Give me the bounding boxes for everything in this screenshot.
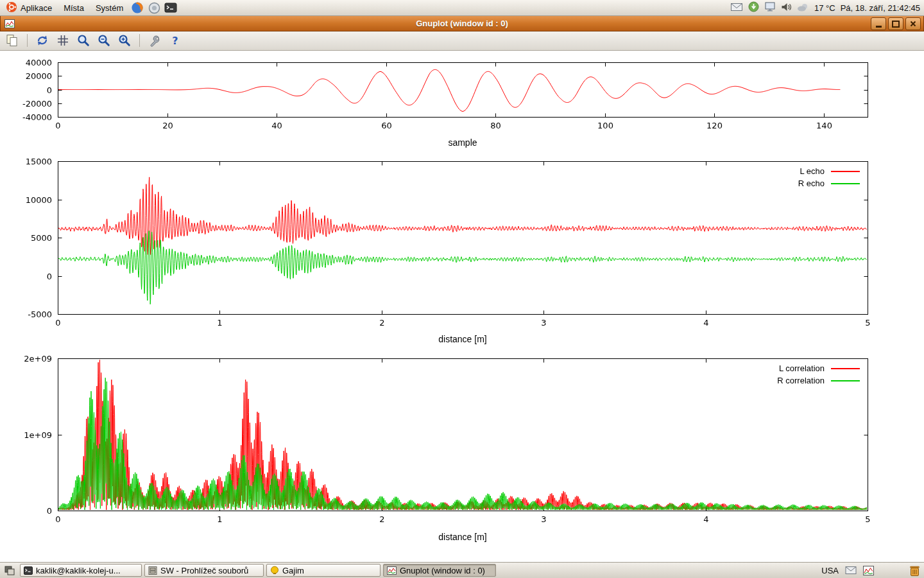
help-icon: ?: [172, 35, 178, 47]
keyboard-layout-indicator[interactable]: USA: [821, 566, 839, 575]
firefox-launcher-icon[interactable]: [129, 1, 146, 15]
x-axis-label: sample: [58, 137, 868, 148]
legend-label: R correlation: [777, 376, 825, 385]
window-titlebar[interactable]: Gnuplot (window id : 0): [0, 15, 924, 31]
refresh-icon: [35, 33, 49, 48]
taskbar: kaklik@kaklik-kolej-u... SW - Prohlížeč …: [0, 562, 924, 578]
ubuntu-logo-icon: [6, 1, 17, 15]
zoom-next-icon: [97, 33, 111, 48]
mail-tray-icon[interactable]: [845, 566, 857, 575]
window-controls: [871, 17, 921, 30]
weather-icon[interactable]: [797, 3, 809, 13]
echo-legend: L echo R echo: [798, 166, 860, 188]
help-launcher-icon[interactable]: [146, 1, 162, 15]
minimize-button[interactable]: [871, 17, 886, 30]
zoom-next-button[interactable]: [96, 33, 112, 48]
legend-label: R echo: [798, 179, 825, 188]
autoscale-icon: [117, 33, 132, 48]
network-monitor-icon[interactable]: [764, 1, 776, 14]
task-button-gajim[interactable]: Gajim: [266, 564, 381, 577]
window-title: Gnuplot (window id : 0): [1, 19, 923, 28]
temperature-applet[interactable]: 17 °C: [814, 3, 835, 13]
x-axis-label: distance [m]: [58, 532, 868, 542]
legend-line-sample: [831, 171, 860, 172]
trash-icon[interactable]: [909, 565, 921, 577]
close-icon: [910, 21, 916, 27]
gnuplot-window-icon: [4, 19, 15, 28]
task-button-file-browser[interactable]: SW - Prohlížeč souborů: [144, 564, 264, 577]
terminal-icon: [24, 566, 33, 575]
maximize-button[interactable]: [888, 17, 903, 30]
help-button[interactable]: ?: [167, 33, 184, 48]
legend-line-sample: [831, 368, 860, 369]
volume-icon[interactable]: [781, 2, 792, 14]
task-label: Gnuplot (window id : 0): [400, 566, 485, 575]
maximize-icon: [892, 21, 900, 28]
top-panel: Aplikace Místa Systém 17 °C Pá, 18. září…: [0, 0, 924, 16]
chirp-plot-area[interactable]: [0, 51, 924, 150]
wrench-icon: [148, 33, 162, 48]
zoom-previous-icon: [76, 33, 90, 48]
gajim-icon: [270, 566, 279, 575]
legend-label: L correlation: [779, 363, 825, 373]
legend-entry: R echo: [798, 179, 860, 188]
toggle-grid-button[interactable]: [55, 33, 71, 48]
legend-label: L echo: [800, 166, 825, 176]
task-label: Gajim: [282, 566, 304, 575]
software-update-icon[interactable]: [748, 1, 759, 14]
legend-entry: L correlation: [777, 363, 860, 373]
zoom-previous-button[interactable]: [75, 33, 92, 48]
gnuplot-toolbar: ?: [0, 31, 924, 51]
gnuplot-tray-icon[interactable]: [863, 566, 874, 575]
minimize-icon: [876, 26, 882, 28]
terminal-launcher-icon[interactable]: [162, 1, 179, 15]
autoscale-button[interactable]: [116, 33, 133, 48]
copy-icon: [5, 33, 19, 48]
clock-applet[interactable]: Pá, 18. září, 21:42:45: [841, 3, 920, 13]
legend-line-sample: [831, 183, 860, 184]
replot-button[interactable]: [34, 33, 51, 48]
chart-correlation: L correlation R correlation distance [m]: [0, 347, 924, 562]
menu-system[interactable]: Systém: [90, 0, 129, 15]
task-label: SW - Prohlížeč souborů: [160, 566, 248, 575]
task-button-terminal[interactable]: kaklik@kaklik-kolej-u...: [20, 564, 142, 577]
legend-entry: R correlation: [777, 376, 860, 385]
task-button-gnuplot[interactable]: Gnuplot (window id : 0): [383, 564, 496, 577]
chart-echo: L echo R echo distance [m]: [0, 150, 924, 347]
gnuplot-icon: [387, 566, 397, 575]
menu-label: Místa: [64, 3, 84, 13]
configure-button[interactable]: [146, 33, 163, 48]
echo-plot-area[interactable]: [0, 150, 924, 347]
correlation-legend: L correlation R correlation: [777, 363, 860, 385]
chart-chirp: sample: [0, 51, 924, 150]
toolbar-separator: [27, 34, 28, 47]
mail-notification-icon[interactable]: [730, 2, 743, 14]
toolbar-separator: [139, 34, 140, 47]
x-axis-label: distance [m]: [58, 334, 868, 344]
file-manager-icon: [148, 566, 157, 575]
taskbar-tray: USA: [821, 565, 922, 577]
panel-status-area: 17 °C Pá, 18. září, 21:42:45: [730, 1, 924, 14]
show-desktop-icon[interactable]: [4, 566, 15, 575]
menu-applications[interactable]: Aplikace: [0, 0, 58, 15]
menu-label: Aplikace: [21, 3, 52, 13]
menu-places[interactable]: Místa: [58, 0, 90, 15]
grid-icon: [56, 33, 70, 48]
legend-entry: L echo: [798, 166, 860, 176]
task-label: kaklik@kaklik-kolej-u...: [36, 566, 121, 575]
copy-plot-button[interactable]: [4, 33, 21, 48]
legend-line-sample: [831, 380, 860, 381]
menu-label: Systém: [96, 3, 123, 13]
close-button[interactable]: [905, 17, 921, 30]
